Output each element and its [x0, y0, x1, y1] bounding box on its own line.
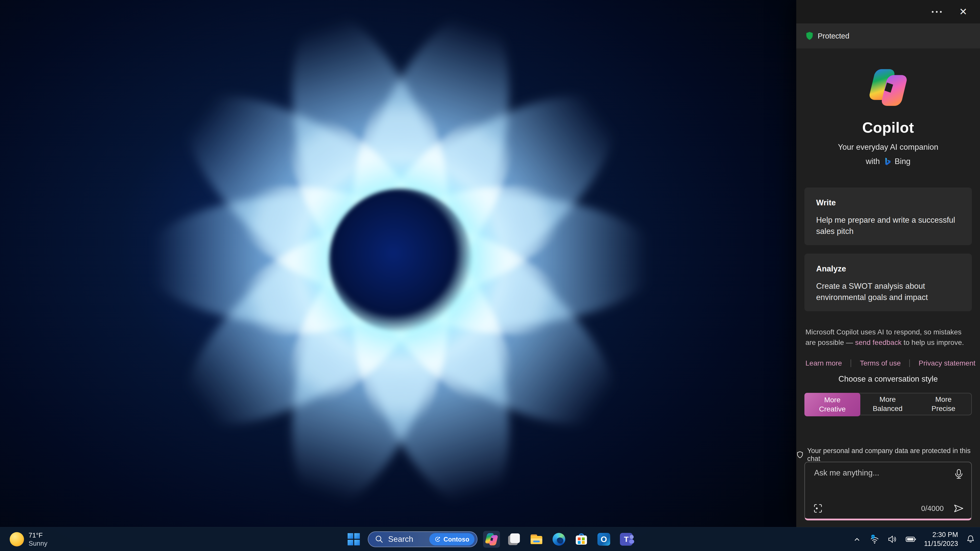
style-option-line1: More	[935, 395, 952, 404]
divider	[909, 359, 910, 367]
battery-icon	[905, 535, 916, 544]
more-options-button[interactable]	[928, 7, 945, 16]
legal-links: Learn more Terms of use Privacy statemen…	[805, 359, 975, 367]
wifi-vpn-shield-icon	[869, 534, 880, 545]
chat-input[interactable]	[814, 468, 947, 489]
shield-outline-icon	[796, 451, 803, 459]
panel-header: ✕	[796, 0, 980, 24]
taskbar-copilot-button[interactable]	[483, 531, 500, 548]
search-label: Search	[388, 535, 425, 544]
with-bing-row: with Bing	[796, 157, 980, 166]
contoso-badge-label: Contoso	[444, 536, 469, 543]
system-tray: 2:30 PM 11/15/2023	[853, 527, 975, 551]
style-option-line2: Balanced	[873, 404, 903, 413]
weather-condition: Sunny	[29, 539, 48, 548]
bloom-flower-art	[56, 0, 745, 551]
send-icon[interactable]	[953, 502, 965, 514]
card-heading: Analyze	[816, 264, 960, 273]
disclaimer-text: to help us improve.	[902, 338, 964, 346]
task-view-icon	[508, 533, 520, 546]
weather-widget-button[interactable]: 71°F Sunny	[6, 527, 52, 551]
tray-battery-button[interactable]	[905, 535, 916, 544]
start-button[interactable]	[345, 531, 362, 548]
contoso-target-icon	[434, 536, 441, 543]
copilot-panel: ✕ Protected Copilot Your everyday AI com…	[796, 0, 980, 527]
taskbar-edge-button[interactable]	[550, 531, 567, 548]
outlook-icon: O	[597, 533, 610, 546]
privacy-statement-link[interactable]: Privacy statement	[918, 359, 975, 367]
style-option-more-balanced[interactable]: More Balanced	[860, 393, 916, 415]
taskbar-center-group: Search Contoso	[345, 527, 635, 551]
ai-disclaimer: Microsoft Copilot uses AI to respond, so…	[805, 327, 971, 348]
copilot-subtitle: Your everyday AI companion	[796, 143, 980, 152]
weather-temperature: 71°F	[29, 531, 48, 540]
send-feedback-link[interactable]: send feedback	[855, 338, 902, 346]
dot-icon	[932, 11, 934, 13]
taskbar-microsoft-store-button[interactable]	[573, 531, 590, 548]
copilot-logo-icon	[869, 68, 907, 106]
speaker-icon	[887, 534, 897, 544]
tray-overflow-chevron-button[interactable]	[853, 535, 861, 544]
taskbar-outlook-button[interactable]: O	[595, 531, 612, 548]
clock-time: 2:30 PM	[924, 530, 958, 539]
screenshot-capture-icon[interactable]	[812, 503, 824, 514]
copilot-hero: Copilot Your everyday AI companion with …	[796, 68, 980, 166]
conversation-style-switch: More Creative More Balanced More Precise	[804, 393, 972, 415]
input-toolbar: 0/4000	[812, 502, 965, 514]
teams-icon: T	[620, 533, 633, 546]
chevron-up-icon	[853, 535, 861, 544]
windows-logo-icon	[348, 533, 360, 545]
notification-center-button[interactable]	[966, 534, 975, 544]
bell-icon	[966, 534, 975, 544]
card-body: Create a SWOT analysis about environment…	[816, 281, 960, 303]
bing-icon	[883, 157, 892, 166]
style-option-more-precise[interactable]: More Precise	[915, 393, 971, 415]
copilot-icon	[485, 533, 498, 546]
clock-date: 11/15/2023	[924, 539, 958, 548]
style-option-line2: Creative	[819, 405, 845, 414]
data-protection-text: Your personal and company data are prote…	[807, 447, 980, 463]
dot-icon	[936, 11, 938, 13]
taskbar-search-box[interactable]: Search Contoso	[368, 531, 477, 547]
dot-icon	[940, 11, 942, 13]
divider	[851, 359, 851, 367]
search-icon	[375, 535, 383, 544]
taskbar-file-explorer-button[interactable]	[528, 531, 545, 548]
microsoft-store-icon	[575, 533, 588, 546]
contoso-search-badge[interactable]: Contoso	[429, 533, 474, 545]
card-heading: Write	[816, 198, 960, 207]
terms-of-use-link[interactable]: Terms of use	[860, 359, 900, 367]
bing-label: Bing	[895, 157, 911, 166]
edge-browser-icon	[552, 533, 565, 546]
conversation-style-label: Choose a conversation style	[796, 375, 980, 384]
with-label: with	[865, 157, 880, 166]
sun-icon	[10, 532, 24, 546]
microphone-icon[interactable]	[953, 468, 965, 480]
close-panel-button[interactable]: ✕	[956, 5, 971, 19]
tray-volume-button[interactable]	[887, 534, 897, 544]
style-option-line2: Precise	[932, 404, 955, 413]
taskbar-task-view-button[interactable]	[506, 531, 522, 548]
learn-more-link[interactable]: Learn more	[805, 359, 842, 367]
taskbar-teams-button[interactable]: T	[618, 531, 635, 548]
suggestion-card-analyze[interactable]: Analyze Create a SWOT analysis about env…	[804, 254, 972, 311]
suggestion-card-write[interactable]: Write Help me prepare and write a succes…	[804, 187, 972, 245]
style-option-line1: More	[824, 395, 840, 405]
protected-shield-icon	[805, 32, 814, 40]
style-option-more-creative[interactable]: More Creative	[804, 393, 860, 416]
file-explorer-icon	[530, 533, 543, 546]
char-counter: 0/4000	[921, 504, 953, 513]
copilot-title: Copilot	[796, 119, 980, 136]
style-option-line1: More	[880, 395, 896, 404]
card-body: Help me prepare and write a successful s…	[816, 214, 960, 237]
protected-label: Protected	[818, 32, 850, 40]
data-protection-note: Your personal and company data are prote…	[796, 447, 980, 463]
clock-widget[interactable]: 2:30 PM 11/15/2023	[924, 530, 958, 548]
tray-network-button[interactable]	[869, 534, 880, 545]
taskbar: 71°F Sunny Search Contoso	[0, 527, 980, 551]
protected-banner: Protected	[796, 24, 980, 48]
chat-input-box: 0/4000	[804, 462, 972, 520]
